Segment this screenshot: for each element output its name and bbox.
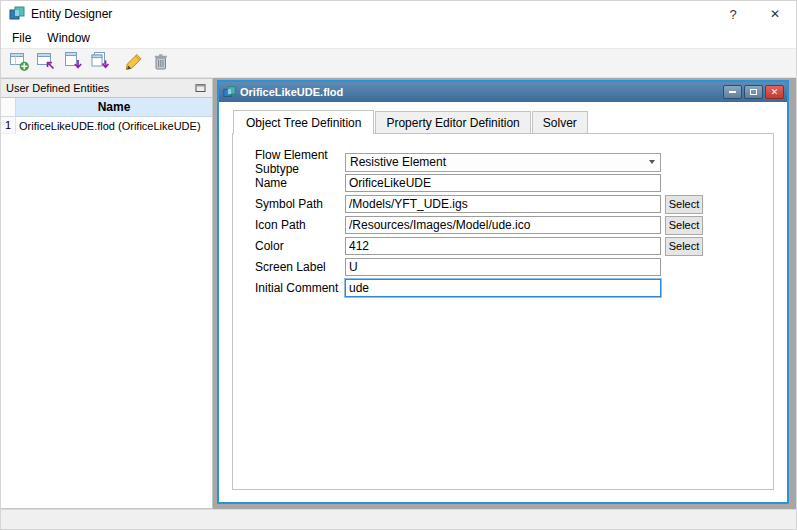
combobox-value: Resistive Element bbox=[350, 155, 446, 169]
open-entity-button[interactable] bbox=[33, 50, 59, 76]
document-maximize-button[interactable] bbox=[744, 85, 763, 99]
name-column-header[interactable]: Name bbox=[16, 98, 212, 117]
chevron-down-icon bbox=[649, 160, 655, 164]
user-defined-entities-panel: User Defined Entities Name 1 OrificeLike… bbox=[1, 78, 213, 509]
app-icon bbox=[9, 6, 25, 22]
color-select-button[interactable]: Select bbox=[665, 237, 703, 256]
icon-path-select-button[interactable]: Select bbox=[665, 216, 703, 235]
main-area: User Defined Entities Name 1 OrificeLike… bbox=[1, 78, 796, 509]
form-row-flow-element-subtype: Flow Element Subtype Resistive Element bbox=[255, 152, 773, 172]
edit-entity-icon bbox=[124, 52, 144, 75]
screen-label-label: Screen Label bbox=[255, 260, 345, 274]
document-body: Object Tree Definition Property Editor D… bbox=[219, 102, 787, 502]
row-number: 1 bbox=[1, 117, 16, 134]
delete-entity-button[interactable] bbox=[148, 50, 174, 76]
symbol-path-input[interactable] bbox=[345, 195, 661, 213]
name-label: Name bbox=[255, 176, 345, 190]
initial-comment-label: Initial Comment bbox=[255, 281, 345, 295]
form-row-screen-label: Screen Label bbox=[255, 257, 773, 277]
color-input[interactable] bbox=[345, 237, 661, 255]
screen-label-input[interactable] bbox=[345, 258, 661, 276]
flow-element-subtype-combobox[interactable]: Resistive Element bbox=[345, 153, 661, 172]
document-title: OrificeLikeUDE.flod bbox=[240, 86, 721, 98]
add-entity-button[interactable] bbox=[6, 50, 32, 76]
add-entity-icon bbox=[9, 51, 30, 75]
edit-entity-button[interactable] bbox=[121, 50, 147, 76]
close-icon: ✕ bbox=[771, 88, 779, 97]
icon-path-input[interactable] bbox=[345, 216, 661, 234]
float-panel-icon bbox=[195, 81, 207, 96]
window-title: Entity Designer bbox=[31, 7, 112, 21]
titlebar[interactable]: Entity Designer ? ✕ bbox=[1, 1, 796, 27]
window-close-button[interactable]: ✕ bbox=[754, 1, 796, 27]
tab-pane: Flow Element Subtype Resistive Element N… bbox=[232, 133, 774, 490]
save-all-entities-button[interactable] bbox=[87, 50, 113, 76]
tab-bar: Object Tree Definition Property Editor D… bbox=[232, 110, 774, 133]
menu-file[interactable]: File bbox=[5, 29, 38, 47]
tab-solver[interactable]: Solver bbox=[532, 111, 588, 133]
status-strip bbox=[1, 509, 796, 529]
help-button[interactable]: ? bbox=[712, 1, 754, 27]
minimize-icon bbox=[729, 91, 736, 93]
panel-header[interactable]: User Defined Entities bbox=[1, 79, 212, 98]
save-entity-icon bbox=[63, 51, 84, 75]
form-row-symbol-path: Symbol Path Select bbox=[255, 194, 773, 214]
tab-property-editor-definition[interactable]: Property Editor Definition bbox=[375, 111, 530, 133]
menubar: File Window bbox=[1, 27, 796, 48]
form-row-initial-comment: Initial Comment bbox=[255, 278, 773, 298]
save-entity-button[interactable] bbox=[60, 50, 86, 76]
save-all-entities-icon bbox=[90, 51, 111, 75]
initial-comment-input[interactable] bbox=[345, 279, 661, 297]
entity-form: Flow Element Subtype Resistive Element N… bbox=[233, 134, 773, 298]
entities-list-empty-area bbox=[1, 134, 212, 508]
tab-object-tree-definition[interactable]: Object Tree Definition bbox=[233, 110, 374, 134]
flow-element-subtype-label: Flow Element Subtype bbox=[255, 148, 345, 176]
color-label: Color bbox=[255, 239, 345, 253]
toolbar bbox=[1, 48, 796, 78]
symbol-path-select-button[interactable]: Select bbox=[665, 195, 703, 214]
icon-path-label: Icon Path bbox=[255, 218, 345, 232]
document-titlebar[interactable]: OrificeLikeUDE.flod ✕ bbox=[219, 82, 787, 102]
form-row-color: Color Select bbox=[255, 236, 773, 256]
name-input[interactable] bbox=[345, 174, 661, 192]
entity-designer-window: Entity Designer ? ✕ File Window bbox=[0, 0, 797, 530]
float-panel-button[interactable] bbox=[194, 82, 208, 95]
document-window: OrificeLikeUDE.flod ✕ Object Tree Defini… bbox=[217, 80, 789, 504]
mdi-area: OrificeLikeUDE.flod ✕ Object Tree Defini… bbox=[213, 78, 796, 509]
entity-name-cell[interactable]: OrificeLikeUDE.flod (OrificeLikeUDE) bbox=[16, 117, 212, 134]
form-row-icon-path: Icon Path Select bbox=[255, 215, 773, 235]
document-close-button[interactable]: ✕ bbox=[765, 85, 784, 99]
maximize-icon bbox=[750, 89, 757, 95]
table-corner-cell bbox=[1, 98, 16, 117]
open-entity-icon bbox=[36, 51, 57, 75]
entities-table-header: Name bbox=[1, 98, 212, 117]
panel-title: User Defined Entities bbox=[6, 82, 194, 94]
menu-window[interactable]: Window bbox=[40, 29, 97, 47]
table-row[interactable]: 1 OrificeLikeUDE.flod (OrificeLikeUDE) bbox=[1, 117, 212, 134]
document-icon bbox=[223, 86, 236, 99]
delete-entity-icon bbox=[151, 52, 171, 75]
symbol-path-label: Symbol Path bbox=[255, 197, 345, 211]
form-row-name: Name bbox=[255, 173, 773, 193]
document-minimize-button[interactable] bbox=[723, 85, 742, 99]
